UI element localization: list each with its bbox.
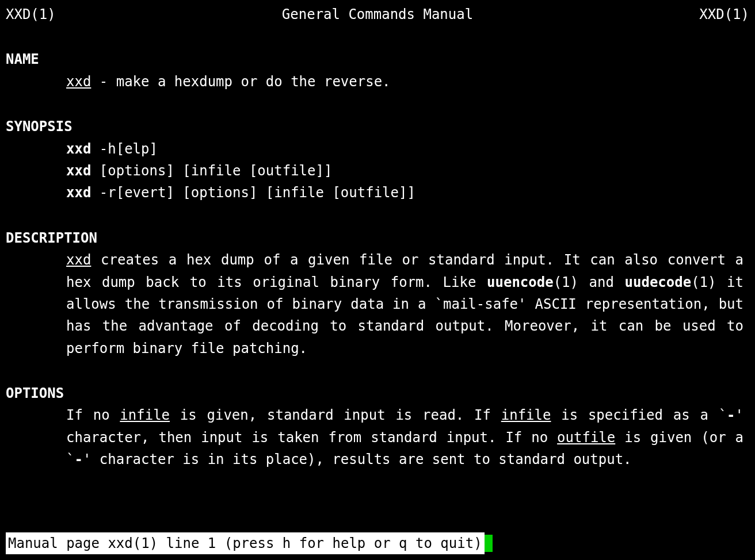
synopsis-line-2: xxd -r[evert] [options] [infile [outfile… [66, 182, 749, 204]
synopsis-rest: -r[evert] [options] [infile [outfile]] [91, 185, 415, 201]
section-options: OPTIONS [6, 382, 749, 404]
synopsis-cmd: xxd [66, 163, 91, 179]
man-header: XXD(1) General Commands Manual XXD(1) [6, 3, 749, 25]
man-header-right: XXD(1) [699, 3, 749, 25]
synopsis-rest: [options] [infile [outfile]] [91, 163, 332, 179]
synopsis-cmd: xxd [66, 185, 91, 201]
pager-status-bar[interactable]: Manual page xxd(1) line 1 (press h for h… [6, 532, 493, 554]
man-header-left: XXD(1) [6, 3, 56, 25]
synopsis-line-0: xxd -h[elp] [66, 138, 749, 160]
man-header-center: General Commands Manual [282, 3, 473, 25]
opt-text: is specified as a ` [551, 407, 727, 423]
opt-infile: infile [501, 407, 551, 423]
description-paragraph: xxd creates a hex dump of a given file o… [66, 249, 749, 359]
opt-text: ' character is in its place), results ar… [83, 451, 632, 467]
synopsis-cmd: xxd [66, 141, 91, 157]
name-cmd: xxd [66, 74, 91, 90]
opt-text: is given, standard input is read. If [170, 407, 501, 423]
synopsis-line-1: xxd [options] [infile [outfile]] [66, 160, 749, 182]
section-description: DESCRIPTION [6, 227, 749, 249]
name-line: xxd - make a hexdump or do the reverse. [66, 71, 749, 93]
desc-ref-uudecode: uudecode [625, 274, 692, 290]
opt-dash: - [727, 407, 735, 423]
synopsis-rest: -h[elp] [91, 141, 158, 157]
terminal-cursor [485, 535, 493, 552]
desc-text: (1) and [554, 274, 625, 290]
options-paragraph: If no infile is given, standard input is… [66, 404, 749, 470]
opt-dash: - [74, 451, 82, 467]
name-sep: - [91, 74, 116, 90]
section-name: NAME [6, 48, 749, 70]
section-synopsis: SYNOPSIS [6, 116, 749, 137]
opt-outfile: outfile [557, 429, 615, 446]
name-desc: make a hexdump or do the reverse. [116, 74, 391, 90]
opt-infile: infile [120, 407, 170, 423]
pager-status-text: Manual page xxd(1) line 1 (press h for h… [6, 532, 485, 554]
opt-text: If no [66, 407, 120, 423]
desc-ref-uuencode: uuencode [487, 274, 554, 290]
desc-cmd: xxd [66, 252, 91, 268]
